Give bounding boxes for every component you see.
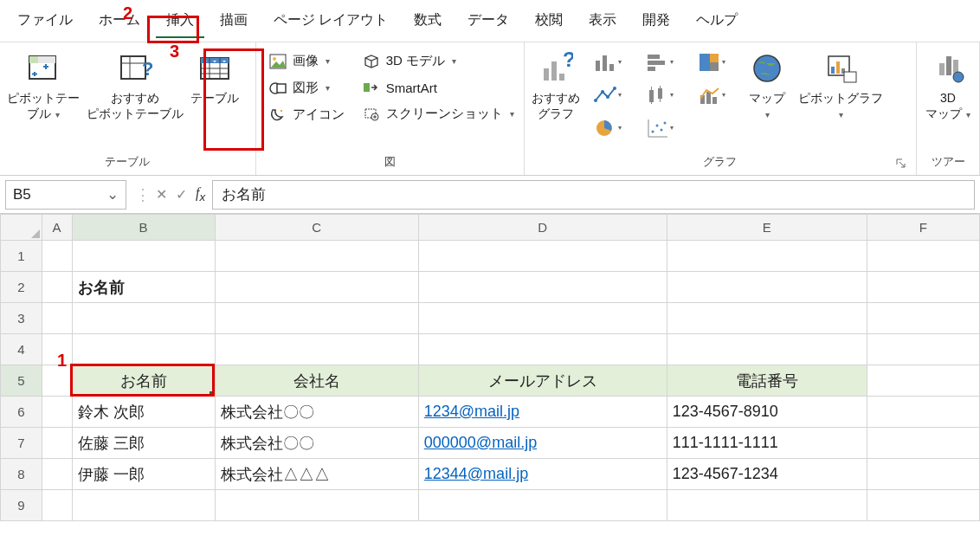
cell-D8[interactable]: 12344@mail.jp	[418, 459, 667, 490]
cell-F8[interactable]	[867, 459, 979, 490]
select-all-corner[interactable]	[1, 215, 42, 241]
cell-B6[interactable]: 鈴木 次郎	[72, 397, 215, 428]
cancel-icon[interactable]: ✕	[156, 186, 167, 203]
col-header-F[interactable]: F	[867, 215, 979, 241]
cell-B7[interactable]: 佐藤 三郎	[72, 428, 215, 459]
row-header-2[interactable]: 2	[1, 272, 42, 303]
menu-file[interactable]: ファイル	[7, 4, 83, 38]
cell-D7[interactable]: 000000@mail.jp	[418, 428, 667, 459]
cell-B5[interactable]: お名前	[72, 365, 215, 397]
col-header-C[interactable]: C	[215, 215, 418, 241]
recommended-charts-button[interactable]: ? おすすめ グラフ	[530, 46, 582, 125]
chart-stat-button[interactable]	[639, 82, 684, 108]
cell-D2[interactable]	[418, 272, 667, 303]
cell-C5[interactable]: 会社名	[215, 365, 418, 397]
name-box[interactable]: B5 ⌄	[5, 180, 126, 210]
table-button[interactable]: テーブル	[189, 46, 241, 110]
cell-A9[interactable]	[42, 490, 72, 521]
cell-link[interactable]: 000000@mail.jp	[424, 434, 537, 451]
chart-column-button[interactable]	[587, 49, 632, 75]
row-header-6[interactable]: 6	[1, 397, 42, 428]
row-header-1[interactable]: 1	[1, 241, 42, 272]
row-header-8[interactable]: 8	[1, 459, 42, 490]
formula-input[interactable]: お名前	[212, 180, 975, 210]
cell-A7[interactable]	[42, 428, 72, 459]
cell-B2[interactable]: お名前	[72, 272, 215, 303]
cell-E6[interactable]: 123-4567-8910	[667, 397, 867, 428]
cell-E8[interactable]: 123-4567-1234	[667, 459, 867, 490]
row-header-4[interactable]: 4	[1, 334, 42, 365]
shapes-button[interactable]: 図形▾	[265, 76, 348, 100]
smartart-button[interactable]: SmartArt	[358, 76, 518, 99]
chevron-down-icon[interactable]: ⌄	[106, 185, 119, 203]
cell-F1[interactable]	[867, 241, 979, 272]
col-header-D[interactable]: D	[418, 215, 667, 241]
cell-E4[interactable]	[667, 334, 867, 365]
icons-button[interactable]: アイコン	[265, 103, 348, 126]
menu-page-layout[interactable]: ページ レイアウト	[263, 4, 398, 38]
row-header-3[interactable]: 3	[1, 303, 42, 334]
cell-E1[interactable]	[667, 241, 867, 272]
fx-icon[interactable]: fx	[196, 185, 205, 203]
cell-link[interactable]: 12344@mail.jp	[424, 465, 528, 482]
cell-A5[interactable]	[42, 365, 72, 397]
cell-B4[interactable]	[72, 334, 215, 365]
cell-link[interactable]: 1234@mail.jp	[424, 403, 519, 420]
col-header-E[interactable]: E	[667, 215, 867, 241]
cell-D5[interactable]: メールアドレス	[418, 365, 667, 397]
cell-A8[interactable]	[42, 459, 72, 490]
menu-review[interactable]: 校閲	[525, 4, 573, 38]
cell-E3[interactable]	[667, 303, 867, 334]
cell-A1[interactable]	[42, 241, 72, 272]
pivot-table-button[interactable]: ピボットテー ブル ▾	[5, 46, 81, 125]
cell-A3[interactable]	[42, 303, 72, 334]
dialog-launcher-icon[interactable]	[895, 158, 907, 170]
cell-F9[interactable]	[867, 490, 979, 521]
cell-C9[interactable]	[215, 490, 418, 521]
image-button[interactable]: 画像▾	[265, 49, 348, 73]
cell-B3[interactable]	[72, 303, 215, 334]
chart-line-button[interactable]	[587, 82, 632, 108]
pivotchart-button[interactable]: ピボットグラフ▾	[796, 46, 885, 125]
cell-F6[interactable]	[867, 397, 979, 428]
chart-pie-button[interactable]	[587, 115, 632, 141]
cell-E2[interactable]	[667, 272, 867, 303]
chart-bar-button[interactable]	[639, 49, 684, 75]
menu-help[interactable]: ヘルプ	[686, 4, 748, 38]
screenshot-button[interactable]: スクリーンショット▾	[358, 102, 518, 126]
chart-treemap-button[interactable]	[691, 49, 736, 75]
cell-B9[interactable]	[72, 490, 215, 521]
cell-E9[interactable]	[667, 490, 867, 521]
cell-B8[interactable]: 伊藤 一郎	[72, 459, 215, 490]
cell-F3[interactable]	[867, 303, 979, 334]
row-header-5[interactable]: 5	[1, 365, 42, 397]
cell-D4[interactable]	[418, 334, 667, 365]
col-header-A[interactable]: A	[42, 215, 72, 241]
menu-data[interactable]: データ	[457, 4, 519, 38]
cell-D3[interactable]	[418, 303, 667, 334]
cell-D9[interactable]	[418, 490, 667, 521]
enter-icon[interactable]: ✓	[176, 186, 187, 203]
cell-C7[interactable]: 株式会社〇〇	[215, 428, 418, 459]
row-header-9[interactable]: 9	[1, 490, 42, 521]
menu-draw[interactable]: 描画	[210, 4, 258, 38]
col-header-B[interactable]: B	[72, 215, 215, 241]
menu-home[interactable]: ホーム	[88, 4, 151, 38]
cell-A4[interactable]	[42, 334, 72, 365]
cell-C3[interactable]	[215, 303, 418, 334]
cell-C8[interactable]: 株式会社△△△	[215, 459, 418, 490]
cell-F4[interactable]	[867, 334, 979, 365]
cell-C2[interactable]	[215, 272, 418, 303]
worksheet[interactable]: ABCDEF12お名前345お名前会社名メールアドレス電話番号6鈴木 次郎株式会…	[0, 214, 980, 521]
cell-D1[interactable]	[418, 241, 667, 272]
cell-B1[interactable]	[72, 241, 215, 272]
cell-E7[interactable]: 111-1111-1111	[667, 428, 867, 459]
row-header-7[interactable]: 7	[1, 428, 42, 459]
recommended-pivot-button[interactable]: ? おすすめ ピボットテーブル	[85, 46, 185, 125]
menu-developer[interactable]: 開発	[632, 4, 680, 38]
cell-D6[interactable]: 1234@mail.jp	[418, 397, 667, 428]
cell-F7[interactable]	[867, 428, 979, 459]
cell-C4[interactable]	[215, 334, 418, 365]
chart-scatter-button[interactable]	[639, 115, 684, 141]
cell-F2[interactable]	[867, 272, 979, 303]
